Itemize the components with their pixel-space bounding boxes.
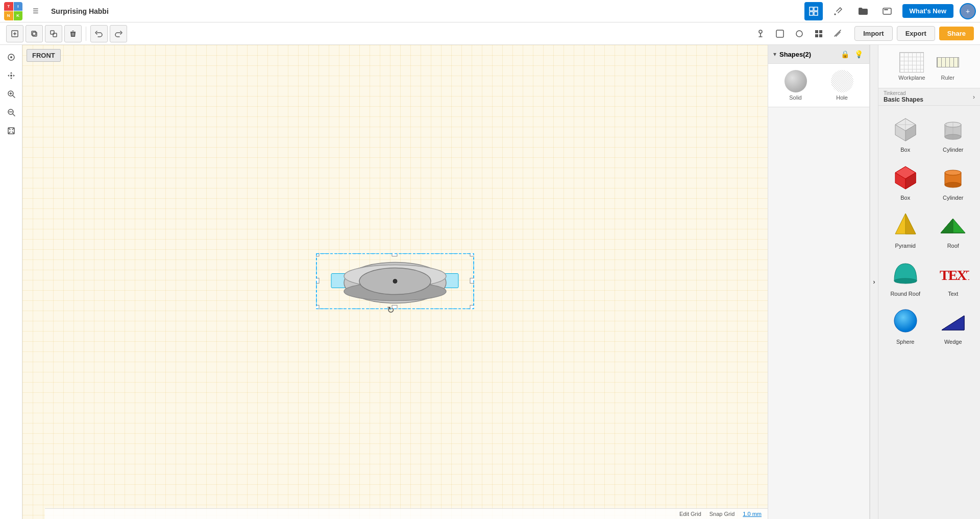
- shapes-light-icon[interactable]: 💡: [853, 49, 864, 59]
- shape-sphere-blue[interactable]: Sphere: [883, 302, 928, 348]
- svg-rect-17: [819, 34, 822, 37]
- collapse-right-panel-button[interactable]: ›: [870, 45, 878, 519]
- svg-point-11: [759, 30, 762, 33]
- right-panel-tools: Workplane Ruler: [878, 45, 980, 88]
- tinkercad-logo[interactable]: T I N K: [4, 2, 22, 20]
- user-avatar[interactable]: +: [960, 3, 976, 19]
- svg-text:TEXT: TEXT: [940, 267, 969, 283]
- left-panel: [0, 45, 22, 519]
- svg-point-62: [894, 278, 917, 284]
- rotate-handle[interactable]: ↻: [387, 304, 395, 316]
- code-icon[interactable]: [878, 2, 896, 20]
- bs-expand-arrow[interactable]: ›: [973, 93, 975, 101]
- topbar-right: What's New +: [804, 2, 976, 20]
- home-view-button[interactable]: [3, 49, 19, 65]
- measure-icon[interactable]: [830, 26, 846, 42]
- svg-rect-14: [815, 30, 818, 33]
- shape-box-grey[interactable]: Box: [883, 110, 928, 156]
- 3d-view-icon[interactable]: [804, 2, 823, 20]
- rp-tools-row: Workplane Ruler: [895, 49, 963, 84]
- grid-icon[interactable]: [811, 26, 827, 42]
- fit-view-button[interactable]: [3, 123, 19, 139]
- svg-point-64: [894, 310, 917, 332]
- undo-button[interactable]: [90, 25, 108, 42]
- logo-t: T: [4, 2, 13, 11]
- shape-thumb-text-red: TEXT: [935, 257, 971, 289]
- shapes-panel-header: ▾ Shapes(2) 🔒 💡: [768, 45, 869, 64]
- shape-name-roof-green: Roof: [947, 243, 959, 249]
- hammer-icon[interactable]: [829, 2, 847, 20]
- hole-label: Hole: [836, 95, 848, 101]
- front-view-label: FRONT: [27, 49, 61, 62]
- workplane-icon: [899, 52, 924, 73]
- pin-icon[interactable]: [752, 26, 769, 42]
- circle-view-icon[interactable]: [791, 26, 807, 42]
- svg-rect-15: [819, 30, 822, 33]
- duplicate-button[interactable]: [45, 25, 62, 42]
- delete-button[interactable]: [64, 25, 82, 42]
- toolbar-separator: [86, 27, 86, 41]
- shape-cyl-orange[interactable]: Cylinder: [930, 158, 976, 204]
- edit-grid-label[interactable]: Edit Grid: [679, 511, 701, 517]
- import-button[interactable]: Import: [854, 26, 892, 41]
- pan-button[interactable]: [3, 67, 19, 84]
- shape-pyramid-yellow[interactable]: Pyramid: [883, 206, 928, 252]
- 3d-shape-svg: [316, 253, 474, 310]
- shape-name-cyl-orange: Cylinder: [943, 195, 963, 201]
- workplane-button[interactable]: Workplane: [895, 49, 928, 84]
- shape-name-box-red: Box: [900, 195, 910, 201]
- top-navigation-bar: T I N K ☰ Surprising Habbi: [0, 0, 980, 22]
- svg-point-39: [393, 279, 397, 284]
- ruler-label: Ruler: [941, 75, 954, 81]
- shape-wedge-navy[interactable]: Wedge: [930, 302, 976, 348]
- copy-button[interactable]: [26, 25, 43, 42]
- zoom-in-button[interactable]: [3, 86, 19, 102]
- shapes-collapse-button[interactable]: ▾: [773, 51, 776, 58]
- shapes-grid: Box Cylinder: [878, 106, 980, 352]
- folder-icon[interactable]: [853, 2, 872, 20]
- shape-roof-green[interactable]: Roof: [930, 206, 976, 252]
- svg-point-56: [945, 170, 961, 175]
- svg-rect-3: [814, 12, 818, 15]
- canvas-area[interactable]: FRONT: [22, 45, 768, 519]
- basic-shapes-header: Tinkercad Basic Shapes ›: [878, 88, 980, 106]
- solid-option[interactable]: Solid: [785, 70, 807, 101]
- ruler-graphic: [937, 57, 959, 67]
- logo-n: N: [4, 11, 13, 20]
- shape-thumb-cyl-orange: [935, 161, 971, 193]
- svg-rect-0: [810, 7, 813, 11]
- export-button[interactable]: Export: [897, 26, 935, 41]
- svg-marker-60: [941, 219, 953, 233]
- share-button[interactable]: Share: [939, 27, 974, 40]
- shape-cyl-grey[interactable]: Cylinder: [930, 110, 976, 156]
- shape-thumb-sphere-blue: [887, 305, 924, 337]
- svg-rect-7: [33, 32, 37, 36]
- shapes-panel: ▾ Shapes(2) 🔒 💡 Solid Hole: [768, 45, 870, 519]
- whats-new-button[interactable]: What's New: [902, 4, 953, 18]
- shape-name-text-red: Text: [948, 291, 958, 297]
- shape-name-cyl-grey: Cylinder: [943, 147, 963, 153]
- shape-thumb-wedge-navy: [935, 305, 971, 337]
- workplane-grid: [899, 52, 924, 73]
- shape-text-red[interactable]: TEXT Text: [930, 254, 976, 300]
- shapes-lock-icon[interactable]: 🔒: [840, 49, 850, 59]
- shape-box-red[interactable]: Box: [883, 158, 928, 204]
- zoom-out-button[interactable]: [3, 104, 19, 121]
- shape-name-round-roof-teal: Round Roof: [890, 291, 920, 297]
- shape-thumb-box-red: [887, 161, 924, 193]
- redo-button[interactable]: [110, 25, 127, 42]
- shape-view-icon[interactable]: [772, 26, 788, 42]
- hole-ball: [831, 70, 853, 92]
- new-design-button[interactable]: [6, 25, 23, 42]
- shape-round-roof-teal[interactable]: Round Roof: [883, 254, 928, 300]
- hamburger-menu-icon[interactable]: ☰: [27, 2, 45, 20]
- canvas-object[interactable]: [316, 253, 474, 311]
- hole-option[interactable]: Hole: [831, 70, 853, 101]
- shape-thumb-round-roof-teal: [887, 257, 924, 289]
- svg-rect-12: [776, 30, 783, 37]
- bottom-bar: Edit Grid Snap Grid 1.0 mm: [45, 508, 768, 519]
- snap-grid-value[interactable]: 1.0 mm: [743, 511, 762, 517]
- ruler-button[interactable]: Ruler: [933, 49, 963, 84]
- shape-thumb-pyramid-yellow: [887, 209, 924, 241]
- shapes-panel-title: Shapes(2): [779, 51, 837, 58]
